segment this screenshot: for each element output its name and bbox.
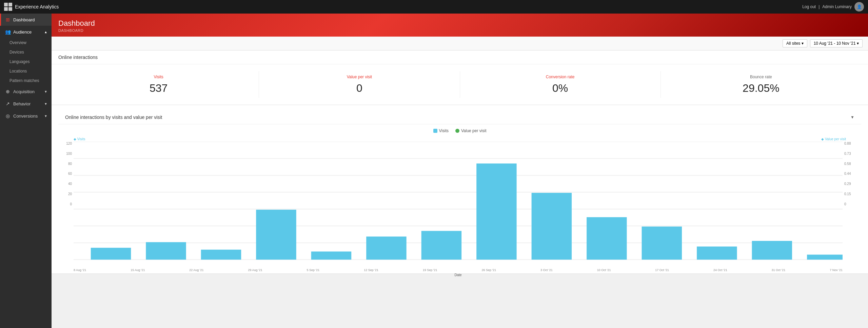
- sidebar-item-dashboard[interactable]: ⊞ Dashboard: [0, 14, 52, 26]
- stat-br-value: 29.05%: [668, 82, 854, 95]
- sidebar-acquisition-label: Acquisition: [13, 89, 35, 94]
- audience-chevron-icon: ▲: [44, 30, 47, 34]
- x-axis-title: Date: [74, 273, 843, 277]
- bar-0: [91, 248, 131, 260]
- stat-conversion-rate: Conversion rate 0%: [460, 71, 661, 98]
- sidebar-sub-overview[interactable]: Overview: [0, 38, 52, 47]
- stat-vpv-label: Value per visit: [266, 75, 453, 79]
- y-left-labels: 120 100 80 60 40 20 0: [62, 142, 74, 206]
- axis-header-row: ◆ Visits ◆ Value per visit: [62, 137, 858, 141]
- sidebar-audience-label: Audience: [13, 29, 32, 35]
- behavior-icon: ↗: [5, 101, 11, 106]
- logout-link[interactable]: Log out: [802, 4, 816, 9]
- topbar: Experience Analytics Log out | Admin Lum…: [0, 0, 868, 14]
- y-right-labels: 0.88 0.73 0.58 0.44 0.29 0.15 0: [843, 142, 858, 206]
- sidebar-behavior-label: Behavior: [13, 101, 31, 106]
- topbar-left: Experience Analytics: [4, 3, 59, 11]
- stat-cr-value: 0%: [467, 82, 654, 95]
- legend-vpv-label: Value per visit: [461, 128, 486, 133]
- bar-11: [697, 247, 737, 260]
- stat-visits-label: Visits: [65, 75, 252, 79]
- sidebar-item-conversions[interactable]: ◎ Conversions ▼: [0, 110, 52, 122]
- audience-icon: 👥: [5, 29, 11, 35]
- topbar-right: Log out | Admin Luminary 👤: [802, 2, 864, 12]
- section-title: Online interactions: [58, 55, 98, 60]
- sidebar-item-behavior[interactable]: ↗ Behavior ▼: [0, 98, 52, 110]
- sidebar-item-audience[interactable]: 👥 Audience ▲: [0, 26, 52, 38]
- chart-title: Online interactions by visits and value …: [65, 115, 162, 120]
- conversions-chevron-icon: ▼: [44, 114, 47, 118]
- bar-1: [146, 242, 186, 260]
- stat-cr-label: Conversion rate: [467, 75, 654, 79]
- stat-br-label: Bounce rate: [668, 75, 854, 79]
- online-interactions-section: Online interactions Visits 537 Value per…: [52, 50, 868, 105]
- sidebar-sub-devices[interactable]: Devices: [0, 47, 52, 57]
- sidebar-conversions-label: Conversions: [13, 114, 38, 119]
- topbar-separator: |: [818, 4, 820, 9]
- app-logo-icon: [4, 3, 12, 11]
- stat-visits-value: 537: [65, 82, 252, 95]
- user-avatar: 👤: [854, 2, 864, 12]
- bar-3: [256, 210, 296, 260]
- dashboard-icon: ⊞: [5, 17, 11, 22]
- bar-9: [587, 217, 627, 260]
- sidebar-item-acquisition[interactable]: ⊕ Acquisition ▼: [0, 85, 52, 98]
- bar-12: [752, 241, 792, 260]
- legend-vpv-dot: [455, 129, 459, 133]
- sidebar-dashboard-label: Dashboard: [13, 17, 35, 22]
- stats-row: Visits 537 Value per visit 0 Conversion …: [52, 64, 868, 105]
- chart-svg-container: 8 Aug '21 15 Aug '21 22 Aug '21 29 Aug '…: [74, 142, 843, 267]
- conversion-rate-link[interactable]: rate: [568, 75, 575, 79]
- bar-13: [807, 254, 843, 260]
- x-axis-labels: 8 Aug '21 15 Aug '21 22 Aug '21 29 Aug '…: [74, 268, 843, 272]
- legend-value-per-visit: Value per visit: [455, 128, 486, 133]
- date-filter-button[interactable]: 10 Aug '21 - 10 Nov '21 ▾: [810, 39, 863, 47]
- legend-visits-dot: [433, 129, 437, 133]
- stat-bounce-rate: Bounce rate 29.05%: [661, 71, 861, 98]
- page-title: Dashboard: [58, 19, 861, 28]
- sidebar-sub-pattern-matches[interactable]: Pattern matches: [0, 76, 52, 85]
- page-header: Dashboard DASHBOARD: [52, 14, 868, 37]
- sidebar-sub-languages[interactable]: Languages: [0, 57, 52, 66]
- main: Dashboard DASHBOARD All sites ▾ 10 Aug '…: [52, 14, 868, 328]
- stat-visits: Visits 537: [58, 71, 259, 98]
- bar-4: [311, 251, 351, 260]
- bar-7: [476, 163, 516, 260]
- app-title: Experience Analytics: [15, 4, 59, 9]
- y-left-axis-label: ◆ Visits: [74, 137, 85, 141]
- sidebar-sub-locations[interactable]: Locations: [0, 66, 52, 76]
- bar-2: [201, 250, 241, 260]
- conversions-icon: ◎: [5, 113, 11, 119]
- acquisition-icon: ⊕: [5, 89, 11, 94]
- chart-collapse-icon[interactable]: ▼: [850, 115, 854, 120]
- breadcrumb: DASHBOARD: [58, 28, 861, 33]
- legend-visits: Visits: [433, 128, 449, 133]
- chart-svg: [74, 142, 843, 267]
- bar-6: [421, 231, 461, 260]
- filter-bar: All sites ▾ 10 Aug '21 - 10 Nov '21 ▾: [52, 37, 868, 50]
- user-name: Admin Luminary: [822, 4, 852, 9]
- chart-section: Online interactions by visits and value …: [52, 105, 868, 274]
- dual-axis-chart: 120 100 80 60 40 20 0: [62, 142, 858, 267]
- sidebar: ⊞ Dashboard 👥 Audience ▲ Overview Device…: [0, 14, 52, 328]
- online-interactions-header: Online interactions: [52, 50, 868, 64]
- bar-10: [642, 227, 682, 260]
- content-area: All sites ▾ 10 Aug '21 - 10 Nov '21 ▾ On…: [52, 37, 868, 328]
- chart-legend: Visits Value per visit: [62, 128, 858, 133]
- bar-5: [366, 237, 406, 260]
- acquisition-chevron-icon: ▼: [44, 90, 47, 94]
- behavior-chevron-icon: ▼: [44, 102, 47, 106]
- sites-filter-button[interactable]: All sites ▾: [783, 39, 807, 47]
- bar-8: [532, 193, 572, 260]
- layout: ⊞ Dashboard 👥 Audience ▲ Overview Device…: [0, 14, 868, 328]
- stat-value-per-visit: Value per visit 0: [259, 71, 460, 98]
- chart-section-header: Online interactions by visits and value …: [58, 110, 861, 124]
- stat-vpv-value: 0: [266, 82, 453, 95]
- legend-visits-label: Visits: [439, 128, 449, 133]
- y-right-axis-label: ◆ Value per visit: [821, 137, 846, 141]
